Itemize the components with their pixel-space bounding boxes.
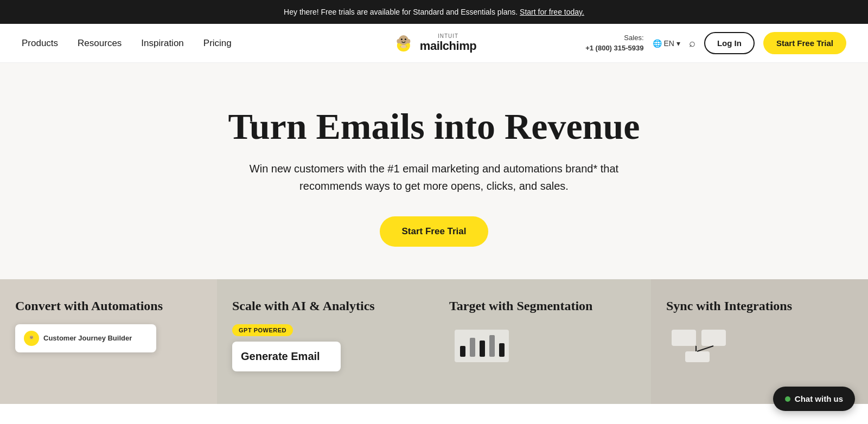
mailchimp-label: mailchimp <box>420 39 476 53</box>
features-section: Convert with Automations Customer Journe… <box>0 279 868 404</box>
svg-rect-19 <box>685 351 710 362</box>
segmentation-chart-icon <box>449 324 514 368</box>
phone-number[interactable]: +1 (800) 315-5939 <box>585 43 643 53</box>
chat-label: Chat with us <box>795 394 843 403</box>
feature-img-integrations <box>666 324 853 370</box>
hero-headline: Turn Emails into Revenue <box>22 106 846 147</box>
generate-email-label: Generate Email <box>241 350 332 363</box>
mailchimp-monkey-icon <box>392 31 416 55</box>
svg-point-4 <box>397 39 400 43</box>
journey-builder-label: Customer Journey Builder <box>43 334 132 342</box>
svg-rect-15 <box>489 335 495 357</box>
nav-inspiration[interactable]: Inspiration <box>141 38 183 49</box>
language-selector[interactable]: 🌐 EN ▾ <box>653 39 680 48</box>
svg-point-10 <box>32 337 33 337</box>
start-trial-button-hero[interactable]: Start Free Trial <box>380 216 488 247</box>
sales-info: Sales: +1 (800) 315-5939 <box>585 33 643 53</box>
nav-left: Products Resources Inspiration Pricing <box>22 38 232 49</box>
hero-subtext: Win new customers with the #1 email mark… <box>228 160 640 195</box>
announcement-banner: Hey there! Free trials are available for… <box>0 0 868 24</box>
svg-point-9 <box>30 337 31 337</box>
nav-products[interactable]: Products <box>22 38 58 49</box>
chat-button[interactable]: Chat with us <box>773 387 855 404</box>
nav-resources[interactable]: Resources <box>78 38 122 49</box>
hero-section: Turn Emails into Revenue Win new custome… <box>0 63 868 279</box>
chevron-down-icon: ▾ <box>676 39 680 48</box>
svg-rect-13 <box>470 338 475 357</box>
start-trial-button-nav[interactable]: Start Free Trial <box>763 32 846 54</box>
login-button[interactable]: Log In <box>704 32 755 54</box>
mailchimp-small-icon <box>24 331 39 346</box>
svg-rect-16 <box>499 343 505 357</box>
journey-builder-mock: Customer Journey Builder <box>15 324 156 352</box>
svg-rect-18 <box>701 330 726 346</box>
chat-online-indicator <box>785 396 790 402</box>
search-button[interactable]: ⌕ <box>689 37 695 49</box>
svg-point-8 <box>30 336 34 339</box>
main-nav: Products Resources Inspiration Pricing I… <box>0 24 868 63</box>
svg-point-2 <box>401 38 403 40</box>
svg-rect-14 <box>480 341 485 357</box>
feature-img-ai: GPT POWERED Generate Email <box>232 324 419 371</box>
svg-point-3 <box>405 38 406 40</box>
nav-pricing[interactable]: Pricing <box>203 38 232 49</box>
lang-label: EN <box>664 39 674 48</box>
nav-right: Sales: +1 (800) 315-5939 🌐 EN ▾ ⌕ Log In… <box>585 32 846 54</box>
intuit-label: INTUIT <box>438 33 458 39</box>
feature-card-segmentation: Target with Segmentation <box>434 279 651 404</box>
integrations-icon <box>666 324 731 368</box>
logo-text-group: INTUIT mailchimp <box>420 33 476 53</box>
feature-card-ai: Scale with AI & Analytics GPT POWERED Ge… <box>217 279 434 404</box>
feature-card-automations: Convert with Automations Customer Journe… <box>0 279 217 404</box>
feature-title-automations: Convert with Automations <box>15 299 202 313</box>
svg-rect-12 <box>460 346 465 357</box>
search-icon: ⌕ <box>689 37 695 49</box>
svg-point-6 <box>401 45 406 48</box>
svg-point-5 <box>406 39 410 43</box>
nav-logo[interactable]: INTUIT mailchimp <box>392 31 476 55</box>
feature-title-segmentation: Target with Segmentation <box>449 299 636 313</box>
feature-title-integrations: Sync with Integrations <box>666 299 853 313</box>
gpt-badge: GPT POWERED <box>232 324 293 336</box>
svg-line-21 <box>697 346 713 351</box>
feature-card-integrations: Sync with Integrations <box>651 279 868 404</box>
sales-label: Sales: <box>585 33 643 43</box>
feature-title-ai: Scale with AI & Analytics <box>232 299 419 313</box>
email-card-mock: Generate Email <box>232 342 341 371</box>
nav-logo-center: INTUIT mailchimp <box>392 31 476 55</box>
banner-link[interactable]: Start for free today. <box>520 8 584 16</box>
feature-img-automations: Customer Journey Builder <box>15 324 202 352</box>
globe-icon: 🌐 <box>653 39 662 48</box>
svg-rect-17 <box>672 330 696 346</box>
banner-text: Hey there! Free trials are available for… <box>284 8 520 16</box>
feature-img-segmentation <box>449 324 636 370</box>
